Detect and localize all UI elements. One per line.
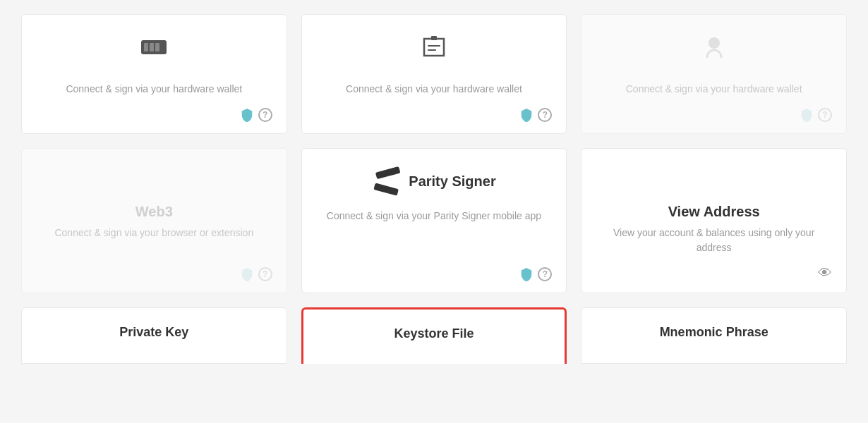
eye-icon: 👁 bbox=[818, 265, 832, 281]
svg-rect-6 bbox=[375, 166, 401, 179]
svg-rect-2 bbox=[150, 43, 154, 51]
card-footer-parity: ? bbox=[519, 267, 552, 281]
web3-card: Web3 Connect & sign via your browser or … bbox=[21, 148, 287, 293]
question-icon-1[interactable]: ? bbox=[258, 108, 272, 122]
card-footer-view-address: 👁 bbox=[818, 265, 832, 281]
hardware-wallet-icon-1 bbox=[138, 32, 169, 69]
shield-icon-1 bbox=[240, 108, 254, 122]
hardware-wallet-desc-1: Connect & sign via your hardware wallet bbox=[66, 82, 242, 98]
svg-rect-3 bbox=[155, 43, 159, 51]
hardware-wallet-card-1[interactable]: Connect & sign via your hardware wallet … bbox=[21, 14, 287, 134]
view-address-desc: View your account & balances using only … bbox=[596, 226, 832, 255]
mnemonic-phrase-title: Mnemonic Phrase bbox=[660, 325, 768, 340]
svg-rect-7 bbox=[374, 183, 399, 195]
shield-icon-parity bbox=[519, 267, 534, 281]
svg-point-5 bbox=[709, 37, 720, 49]
parity-signer-card[interactable]: Parity Signer Connect & sign via your Pa… bbox=[301, 148, 567, 293]
hardware-wallet-icon-2 bbox=[418, 32, 450, 69]
web3-desc: Connect & sign via your browser or exten… bbox=[54, 226, 253, 257]
card-footer-3: ? bbox=[800, 108, 832, 122]
question-icon-web3: ? bbox=[258, 267, 272, 281]
card-footer-web3: ? bbox=[240, 267, 272, 281]
shield-icon-3 bbox=[800, 108, 814, 122]
hardware-wallet-desc-2: Connect & sign via your hardware wallet bbox=[346, 82, 522, 98]
svg-rect-1 bbox=[144, 43, 148, 51]
question-icon-parity[interactable]: ? bbox=[538, 267, 552, 281]
card-footer-1: ? bbox=[240, 108, 272, 122]
shield-icon-2 bbox=[519, 108, 534, 122]
hardware-wallet-card-2[interactable]: Connect & sign via your hardware wallet … bbox=[301, 14, 567, 134]
parity-header: Parity Signer bbox=[372, 166, 495, 203]
hardware-wallet-card-3: Connect & sign via your hardware wallet … bbox=[581, 14, 847, 134]
parity-signer-desc: Connect & sign via your Parity Signer mo… bbox=[327, 209, 541, 257]
question-icon-2[interactable]: ? bbox=[538, 108, 552, 122]
parity-signer-title: Parity Signer bbox=[409, 173, 495, 190]
keystore-file-title: Keystore File bbox=[394, 326, 474, 341]
question-icon-3: ? bbox=[818, 108, 832, 122]
bottom-cards-row: Private Key Keystore File Mnemonic Phras… bbox=[0, 307, 868, 364]
hardware-wallet-icon-3 bbox=[699, 32, 730, 69]
shield-icon-web3 bbox=[240, 267, 254, 281]
mnemonic-phrase-card[interactable]: Mnemonic Phrase bbox=[581, 307, 847, 364]
keystore-file-card[interactable]: Keystore File bbox=[301, 307, 567, 364]
private-key-card[interactable]: Private Key bbox=[21, 307, 287, 364]
cards-grid: Connect & sign via your hardware wallet … bbox=[0, 7, 868, 307]
view-address-title: View Address bbox=[668, 204, 760, 220]
view-address-card[interactable]: View Address View your account & balance… bbox=[581, 148, 847, 293]
web3-title: Web3 bbox=[135, 204, 173, 220]
svg-rect-4 bbox=[431, 36, 437, 40]
hardware-wallet-desc-3: Connect & sign via your hardware wallet bbox=[626, 82, 802, 98]
card-footer-2: ? bbox=[519, 108, 552, 122]
parity-signer-icon bbox=[372, 166, 403, 203]
private-key-title: Private Key bbox=[119, 325, 188, 340]
